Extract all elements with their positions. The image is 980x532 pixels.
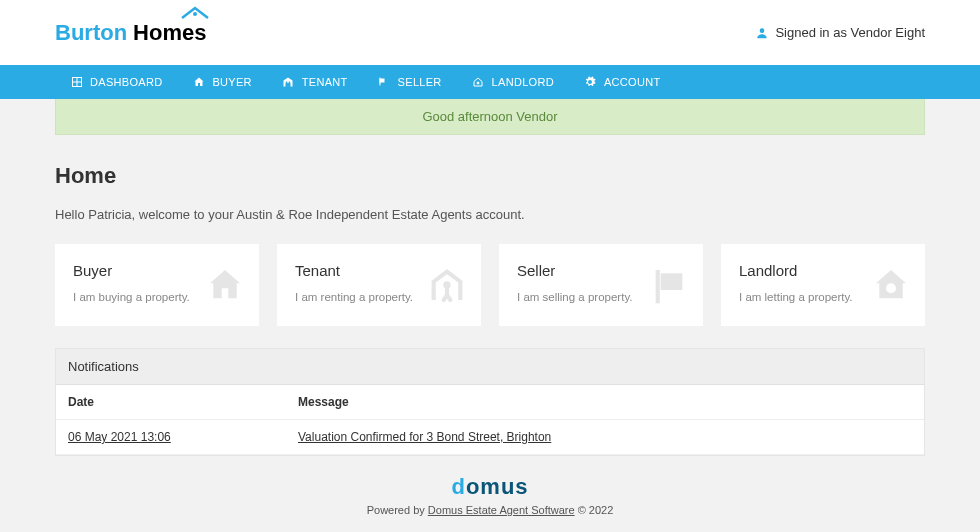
person-shelter-icon bbox=[427, 265, 467, 305]
roof-icon bbox=[180, 6, 210, 20]
notifications-table: Date Message 06 May 2021 13:06 Valuation… bbox=[56, 385, 924, 455]
nav-tenant-label: TENANT bbox=[302, 76, 348, 88]
notification-date-link[interactable]: 06 May 2021 13:06 bbox=[68, 430, 171, 444]
footer-prefix: Powered by bbox=[367, 504, 428, 516]
svg-point-1 bbox=[760, 28, 765, 33]
logo[interactable]: Burton Homes bbox=[55, 20, 206, 46]
notification-message-link[interactable]: Valuation Confirmed for 3 Bond Street, B… bbox=[298, 430, 551, 444]
col-date-header: Date bbox=[56, 385, 286, 420]
header: Burton Homes Signed in as Vendor Eight bbox=[0, 0, 980, 65]
nav-landlord[interactable]: LANDLORD bbox=[457, 65, 569, 99]
footer-suffix: © 2022 bbox=[575, 504, 614, 516]
footer-logo: domus bbox=[55, 474, 925, 500]
footer: domus Powered by Domus Estate Agent Soft… bbox=[55, 474, 925, 526]
nav-dashboard[interactable]: DASHBOARD bbox=[55, 65, 177, 99]
svg-point-0 bbox=[193, 12, 197, 16]
nav-landlord-label: LANDLORD bbox=[492, 76, 554, 88]
card-landlord[interactable]: Landlord I am letting a property. bbox=[721, 244, 925, 326]
nav-account[interactable]: ACCOUNT bbox=[569, 65, 676, 99]
landlord-icon bbox=[871, 265, 911, 305]
col-message-header: Message bbox=[286, 385, 924, 420]
landlord-home-icon bbox=[472, 76, 485, 89]
nav-buyer[interactable]: BUYER bbox=[177, 65, 266, 99]
footer-link[interactable]: Domus Estate Agent Software bbox=[428, 504, 575, 516]
home-icon bbox=[192, 76, 205, 89]
logo-word-right-text: Homes bbox=[133, 20, 206, 45]
greeting-banner: Good afternoon Vendor bbox=[55, 99, 925, 135]
user-status-text: Signed in as Vendor Eight bbox=[775, 25, 925, 40]
logo-word-right: Homes bbox=[133, 20, 206, 46]
card-tenant[interactable]: Tenant I am renting a property. bbox=[277, 244, 481, 326]
svg-point-11 bbox=[886, 283, 896, 293]
user-status[interactable]: Signed in as Vendor Eight bbox=[755, 25, 925, 40]
footer-logo-rest: omus bbox=[466, 474, 529, 499]
table-row: 06 May 2021 13:06 Valuation Confirmed fo… bbox=[56, 420, 924, 455]
person-shelter-icon bbox=[282, 76, 295, 89]
nav-tenant[interactable]: TENANT bbox=[267, 65, 363, 99]
home-icon bbox=[205, 265, 245, 305]
svg-rect-9 bbox=[656, 270, 660, 303]
svg-point-7 bbox=[477, 82, 479, 84]
svg-rect-10 bbox=[661, 273, 683, 290]
card-buyer[interactable]: Buyer I am buying a property. bbox=[55, 244, 259, 326]
nav-dashboard-label: DASHBOARD bbox=[90, 76, 162, 88]
gear-icon bbox=[584, 76, 597, 89]
nav-account-label: ACCOUNT bbox=[604, 76, 661, 88]
welcome-text: Hello Patricia, welcome to your Austin &… bbox=[55, 207, 925, 222]
nav-seller[interactable]: SELLER bbox=[363, 65, 457, 99]
svg-point-5 bbox=[287, 81, 289, 83]
role-cards: Buyer I am buying a property. Tenant I a… bbox=[55, 244, 925, 326]
nav-seller-label: SELLER bbox=[398, 76, 442, 88]
sign-icon bbox=[649, 265, 689, 305]
notifications-panel: Notifications Date Message 06 May 2021 1… bbox=[55, 348, 925, 456]
nav-buyer-label: BUYER bbox=[212, 76, 251, 88]
footer-logo-d: d bbox=[451, 474, 465, 499]
footer-text: Powered by Domus Estate Agent Software ©… bbox=[55, 504, 925, 516]
svg-rect-6 bbox=[380, 78, 381, 86]
page-title: Home bbox=[55, 163, 925, 189]
main-nav: DASHBOARD BUYER TENANT SELLER LANDLORD A… bbox=[0, 65, 980, 99]
card-seller[interactable]: Seller I am selling a property. bbox=[499, 244, 703, 326]
logo-word-left: Burton bbox=[55, 20, 127, 46]
user-icon bbox=[755, 26, 769, 40]
grid-icon bbox=[70, 76, 83, 89]
tag-icon bbox=[378, 76, 391, 89]
notifications-header: Notifications bbox=[56, 349, 924, 385]
